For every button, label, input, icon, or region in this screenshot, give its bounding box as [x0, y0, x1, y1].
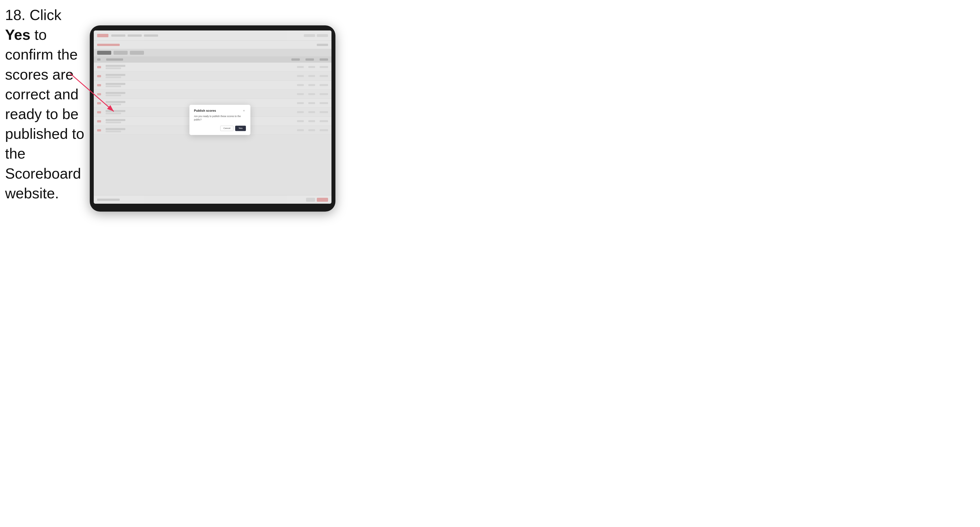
instruction-text-part1: Click [25, 7, 61, 23]
modal-cancel-button[interactable]: Cancel [220, 126, 234, 131]
modal-title: Publish scores [194, 109, 216, 113]
modal-footer: Cancel Yes [194, 126, 246, 131]
instruction-text-part2: to confirm the scores are correct and re… [5, 27, 84, 202]
modal-body-text: Are you ready to publish these scores to… [194, 115, 246, 122]
modal-close-button[interactable]: × [242, 109, 246, 113]
step-number: 18. [5, 7, 25, 23]
modal-yes-button[interactable]: Yes [235, 126, 246, 131]
modal-header: Publish scores × [194, 109, 246, 113]
publish-scores-modal: Publish scores × Are you ready to publis… [189, 105, 250, 135]
tablet: Publish scores × Are you ready to publis… [90, 25, 336, 211]
tablet-screen: Publish scores × Are you ready to publis… [94, 30, 331, 204]
tablet-body: Publish scores × Are you ready to publis… [90, 25, 336, 211]
instruction-text: 18. Click Yes to confirm the scores are … [5, 5, 87, 203]
bold-yes: Yes [5, 27, 30, 43]
